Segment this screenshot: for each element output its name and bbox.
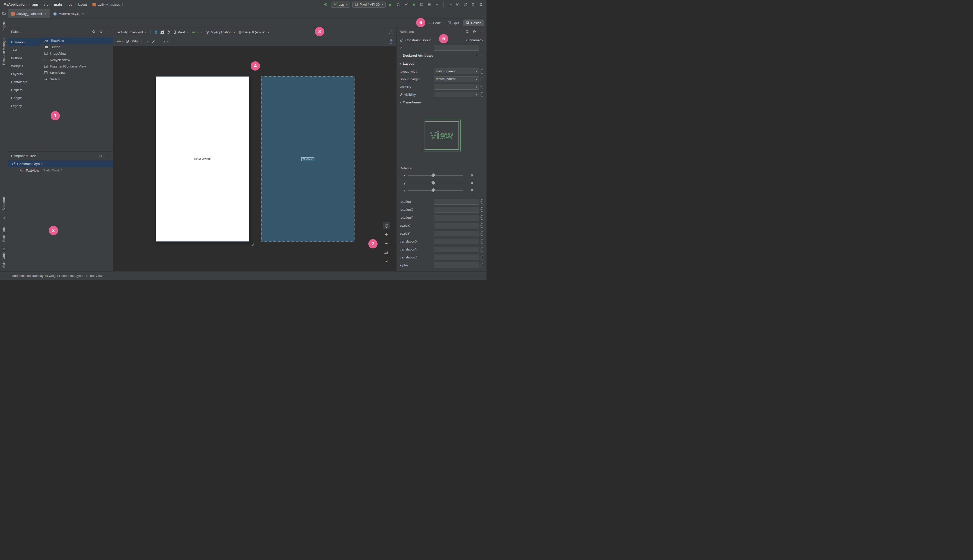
transforms-section[interactable]: Transforms <box>396 98 486 106</box>
rotation-y-input[interactable] <box>434 215 479 220</box>
orientation-icon[interactable] <box>166 30 170 34</box>
palette-category-containers[interactable]: Containers <box>8 78 40 86</box>
run-button[interactable]: ▶ <box>388 2 393 7</box>
translation-x-input[interactable] <box>434 239 479 244</box>
tools-visibility-select[interactable] <box>434 92 479 97</box>
build-hammer-icon[interactable] <box>323 2 329 7</box>
breadcrumb-res[interactable]: res <box>62 3 72 7</box>
palette-item-fragmentcontainerview[interactable]: FragmentContainerView <box>40 63 113 70</box>
sidebar-tab-bookmarks[interactable]: Bookmarks <box>2 226 6 242</box>
zoom-in-button[interactable]: + <box>383 231 390 238</box>
chevron-down-icon[interactable] <box>474 84 479 89</box>
rotation-input[interactable] <box>434 199 479 205</box>
run-configuration-select[interactable]: app <box>331 2 350 8</box>
pan-button[interactable] <box>383 222 390 229</box>
scrubber-icon[interactable] <box>481 223 483 228</box>
design-view-surface[interactable]: Hello World! <box>155 77 249 242</box>
translation-z-input[interactable] <box>434 255 479 260</box>
apply-changes-icon[interactable] <box>396 2 401 7</box>
scrubber-icon[interactable] <box>481 263 483 267</box>
help-icon[interactable]: ? <box>389 39 393 44</box>
sync-project-icon[interactable] <box>463 2 468 7</box>
palette-item-imageview[interactable]: ImageView <box>40 50 113 57</box>
close-icon[interactable] <box>43 12 47 15</box>
declared-attributes-section[interactable]: Declared Attributes + − <box>396 52 486 60</box>
search-everywhere-icon[interactable] <box>471 2 476 7</box>
scrubber-icon[interactable] <box>481 255 483 260</box>
close-icon[interactable] <box>82 12 85 15</box>
id-input[interactable] <box>434 45 479 50</box>
autoconnect-icon[interactable] <box>125 40 130 43</box>
palette-category-text[interactable]: Text <box>8 46 40 54</box>
debug-icon[interactable] <box>411 2 416 7</box>
mode-design-button[interactable]: Design <box>463 20 484 26</box>
layout-width-select[interactable]: match_parent <box>434 68 479 74</box>
device-select[interactable]: Pixel 4 API 30 <box>353 2 386 8</box>
palette-category-common[interactable]: Common <box>8 38 40 46</box>
device-manager-icon[interactable] <box>448 2 453 7</box>
editor-options-icon[interactable] <box>479 9 486 18</box>
palette-item-button[interactable]: Button <box>40 44 113 50</box>
gear-icon[interactable]: ⚙ <box>472 30 477 34</box>
design-canvas[interactable]: Hello World! TextView + − 1:1 <box>113 46 396 271</box>
breadcrumb-src[interactable]: src <box>38 3 48 7</box>
sidebar-tab-project[interactable]: Project <box>2 21 6 31</box>
alpha-input[interactable] <box>434 263 479 268</box>
blueprint-mode-icon[interactable] <box>160 30 164 34</box>
breadcrumb-file[interactable]: activity_main.xml <box>87 3 123 7</box>
profiler-icon[interactable] <box>403 2 409 7</box>
scrubber-icon[interactable] <box>481 215 483 220</box>
settings-gear-icon[interactable]: ⚙ <box>478 2 483 7</box>
slider-thumb[interactable] <box>431 188 435 192</box>
palette-item-scrollview[interactable]: ScrollView <box>40 70 113 76</box>
coverage-icon[interactable] <box>419 2 424 7</box>
infer-constraints-icon[interactable] <box>151 40 155 43</box>
scrubber-icon[interactable] <box>481 69 483 74</box>
hide-panel-icon[interactable]: − <box>106 154 110 158</box>
device-menu[interactable]: Pixel <box>172 30 189 34</box>
gear-icon[interactable]: ⚙ <box>99 30 103 34</box>
hide-panel-icon[interactable]: − <box>479 30 484 34</box>
palette-category-legacy[interactable]: Legacy <box>8 102 40 110</box>
palette-category-buttons[interactable]: Buttons <box>8 54 40 62</box>
default-margins-select[interactable]: 0dp <box>132 40 138 43</box>
palette-item-recyclerview[interactable]: RecyclerView <box>40 57 113 63</box>
palette-category-helpers[interactable]: Helpers <box>8 86 40 94</box>
mode-split-button[interactable]: Split <box>445 20 461 26</box>
scale-x-input[interactable] <box>434 223 479 228</box>
scrubber-icon[interactable] <box>481 77 483 82</box>
breadcrumb-project[interactable]: MyApplication <box>3 3 27 7</box>
breadcrumb-main[interactable]: main <box>48 3 62 7</box>
sidebar-tab-resource-manager[interactable]: Resource Manager <box>2 37 6 65</box>
pack-align-icon[interactable] <box>162 40 169 43</box>
chevron-down-icon[interactable] <box>474 77 479 82</box>
translation-y-input[interactable] <box>434 247 479 252</box>
visibility-select[interactable] <box>434 84 479 90</box>
status-breadcrumb-selected[interactable]: TextView <box>84 274 102 278</box>
palette-item-switch[interactable]: Switch <box>40 76 113 82</box>
palette-item-textview[interactable]: Ab TextView <box>40 37 113 44</box>
layout-section[interactable]: Layout <box>396 60 486 67</box>
rotation-x-input[interactable] <box>434 207 479 213</box>
palette-category-google[interactable]: Google <box>8 94 40 102</box>
palette-category-layouts[interactable]: Layouts <box>8 70 40 78</box>
palette-category-widgets[interactable]: Widgets <box>8 62 40 70</box>
api-level-menu[interactable]: T <box>191 30 203 34</box>
project-tool-icon[interactable] <box>2 11 6 15</box>
hello-world-textview[interactable]: Hello World! <box>156 157 249 161</box>
scrubber-icon[interactable] <box>481 199 483 204</box>
attach-debugger-icon[interactable] <box>427 2 432 7</box>
tree-item-constraintlayout[interactable]: ConstraintLayout <box>8 160 113 167</box>
breadcrumb-app[interactable]: app <box>27 3 38 7</box>
rotation-x-slider[interactable] <box>408 175 463 176</box>
scrubber-icon[interactable] <box>481 207 483 212</box>
chevron-down-icon[interactable] <box>474 92 479 97</box>
file-variant-select[interactable]: activity_main.xml <box>117 30 147 34</box>
tab-activity-main-xml[interactable]: activity_main.xml <box>8 9 50 18</box>
slider-thumb[interactable] <box>431 173 435 177</box>
hide-panel-icon[interactable]: − <box>106 30 110 34</box>
scale-y-input[interactable] <box>434 231 479 237</box>
design-surface-icon[interactable] <box>154 30 158 34</box>
locale-menu[interactable]: Default (en-us) <box>237 30 269 34</box>
blueprint-view-surface[interactable]: TextView <box>261 77 354 242</box>
